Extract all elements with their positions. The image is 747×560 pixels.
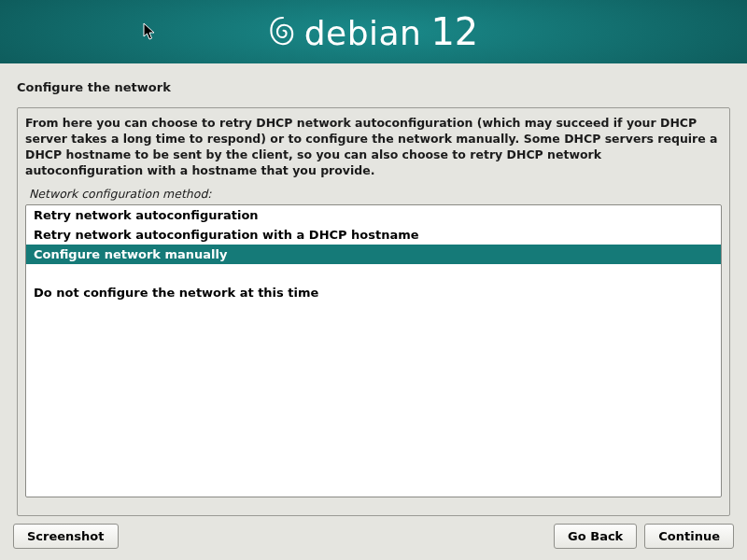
- content-area: Configure the network From here you can …: [0, 63, 747, 516]
- network-option[interactable]: Configure network manually: [26, 245, 721, 264]
- screenshot-button[interactable]: Screenshot: [13, 524, 119, 549]
- brand-name: debian: [304, 14, 422, 52]
- description-text: From here you can choose to retry DHCP n…: [25, 116, 722, 187]
- continue-button[interactable]: Continue: [644, 524, 734, 549]
- prompt-label: Network configuration method:: [25, 187, 722, 204]
- go-back-button[interactable]: Go Back: [554, 524, 637, 549]
- debian-swirl-icon: [269, 15, 297, 49]
- network-option[interactable]: Retry network autoconfiguration: [26, 205, 721, 225]
- list-spacer: [26, 264, 721, 283]
- brand-version: 12: [430, 10, 478, 53]
- debian-brand: debian 12: [269, 10, 479, 53]
- network-option[interactable]: Retry network autoconfiguration with a D…: [26, 225, 721, 245]
- installer-header: debian 12: [0, 0, 747, 63]
- network-method-listbox[interactable]: Retry network autoconfigurationRetry net…: [25, 204, 722, 497]
- page-title: Configure the network: [17, 80, 730, 94]
- footer-bar: Screenshot Go Back Continue: [13, 524, 734, 549]
- network-option[interactable]: Do not configure the network at this tim…: [26, 283, 721, 302]
- main-panel: From here you can choose to retry DHCP n…: [17, 107, 730, 516]
